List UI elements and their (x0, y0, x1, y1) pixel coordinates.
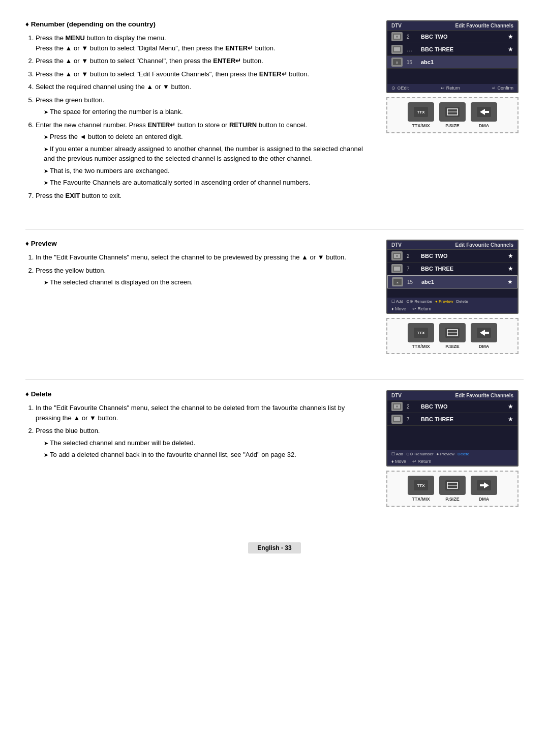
dma-btn-1[interactable]: DMA (471, 102, 497, 128)
return-bold: RETURN (229, 121, 257, 129)
delete-label-3: Delete (458, 452, 469, 456)
tv-star-1: ★ (508, 33, 513, 40)
svg-text:TTX: TTX (417, 483, 425, 488)
preview-title: ♦ Preview (25, 240, 366, 247)
ttx-label-3: TTX/MIX (412, 497, 430, 502)
tv-chan-num-d2: 7 (407, 417, 417, 422)
section-preview: ♦ Preview In the "Edit Favourite Channel… (25, 240, 524, 354)
renumber-step-6-sub: Press the ◄ button to delete an entered … (36, 132, 366, 188)
add-label-3: ☐ Add (391, 452, 403, 456)
dma-shape-1 (471, 102, 497, 122)
preview-steps: In the "Edit Favourite Channels" menu, s… (25, 252, 366, 287)
dma-btn-2[interactable]: DMA (471, 323, 497, 349)
tv-footer-return: ↩ Return (441, 85, 460, 91)
renumber-step-3: Press the ▲ or ▼ button to select "Edit … (36, 69, 366, 79)
tv-row-d1: 2 BBC TWO ★ (387, 400, 517, 413)
psize-btn-3[interactable]: P.SIZE (439, 476, 466, 502)
return-label-3: ↩ Return (412, 459, 432, 464)
delete-text: ♦ Delete In the "Edit Favourite Channels… (25, 390, 371, 507)
tv-dtv-label-2: DTV (391, 242, 402, 248)
tv-chan-name-p1: BBC TWO (421, 253, 504, 259)
psize-btn-1[interactable]: P.SIZE (439, 102, 466, 128)
tv-icon-d1 (391, 402, 403, 411)
preview-step-1: In the "Edit Favourite Channels" menu, s… (36, 252, 366, 263)
ttx-mix-btn-2[interactable]: TTX TTX/MIX (408, 323, 434, 349)
sub-item: The Favourite Channels are automatically… (44, 178, 366, 188)
renumber-step-5: Press the green button. The space for en… (36, 95, 366, 117)
tv-footer-edit: ⊙ ⊙Edit (391, 85, 409, 91)
sub-item: To add a deleted channel back in to the … (44, 450, 366, 460)
tv-chan-num-p1: 2 (407, 253, 417, 259)
svg-point-30 (396, 405, 398, 408)
dma-label-2: DMA (479, 344, 490, 349)
tv-star-p1: ★ (508, 252, 513, 259)
svg-point-16 (396, 255, 398, 257)
preview-images: DTV Edit Favourite Channels 2 BBC TWO ★ … (381, 240, 524, 354)
tv-chan-name-d1: BBC TWO (421, 403, 504, 410)
dma-btn-3[interactable]: DMA (471, 476, 497, 502)
enter-bold-3: ENTER↵ (259, 70, 287, 78)
tv-chan-num-3: 15 (407, 60, 417, 65)
svg-rect-4 (394, 47, 400, 51)
dma-label-1: DMA (479, 123, 490, 128)
psize-label-1: P.SIZE (445, 123, 459, 128)
menu-bold: MENU (66, 34, 85, 42)
ttx-shape-3: TTX (408, 476, 434, 495)
svg-rect-18 (394, 267, 400, 271)
psize-label-2: P.SIZE (445, 344, 459, 349)
tv-row-p3: a 15 abc1 ★ (387, 275, 517, 288)
renumber-step-2: Press the ▲ or ▼ button to select "Chann… (36, 56, 366, 66)
delete-title: ♦ Delete (25, 390, 366, 398)
tv-icon-p3: a (392, 277, 403, 286)
exit-bold: EXIT (66, 192, 80, 199)
delete-label: Delete (456, 299, 468, 304)
page-footer: English - 33 (25, 537, 524, 554)
tv-header-3: DTV Edit Favourite Channels (387, 391, 517, 400)
tv-row-p2: 7 BBC THREE ★ (387, 263, 517, 275)
dma-label-3: DMA (479, 497, 490, 502)
ttx-mix-btn-3[interactable]: TTX TTX/MIX (408, 476, 434, 502)
page-content: ♦ Renumber (depending on the country) Pr… (25, 20, 524, 554)
svg-point-2 (396, 36, 398, 38)
tv-row-p1: 2 BBC TWO ★ (387, 250, 517, 263)
move-label-2: ♦ Move (391, 306, 406, 311)
tv-chan-dots: ... (407, 46, 417, 52)
enter-bold-2: ENTER↵ (213, 57, 241, 65)
sub-item: Press the ◄ button to delete an entered … (44, 132, 366, 142)
tv-title-2: Edit Favourite Channels (455, 242, 513, 248)
return-label-2: ↩ Return (412, 306, 432, 311)
tv-title-1: Edit Favourite Channels (455, 23, 513, 28)
tv-star-d2: ★ (508, 416, 513, 423)
tv-chan-name-3: abc1 (421, 59, 509, 65)
preview-text: ♦ Preview In the "Edit Favourite Channel… (25, 240, 371, 354)
svg-rect-32 (394, 417, 400, 421)
renumber-label: ⊙⊙ Renumbe (406, 299, 432, 304)
delete-step-2-sub: The selected channel and number will be … (36, 438, 366, 460)
ttx-mix-btn-1[interactable]: TTX TTX/MIX (408, 102, 434, 128)
svg-text:TTX: TTX (417, 110, 425, 114)
renumber-title: ♦ Renumber (depending on the country) (25, 20, 366, 28)
remote-buttons-1: TTX TTX/MIX P.SIZE (386, 97, 518, 133)
tv-chan-num-1: 2 (407, 34, 417, 40)
tv-chan-name-2: BBC THREE (421, 46, 504, 52)
divider-2 (25, 380, 524, 380)
remote-buttons-3: TTX TTX/MIX P.SIZE (386, 471, 518, 507)
preview-label: ● Preview (435, 299, 453, 304)
renumber-step-5-sub: The space for entering the number is a b… (36, 107, 366, 117)
psize-btn-2[interactable]: P.SIZE (439, 323, 466, 349)
sub-item: If you enter a number already assigned t… (44, 144, 366, 164)
sub-item: The space for entering the number is a b… (44, 107, 366, 117)
sub-item: The selected channel and number will be … (44, 438, 366, 448)
divider-1 (25, 229, 524, 229)
move-return-bar-2: ♦ Move ↩ Return (387, 305, 517, 313)
tv-icon-p1 (391, 251, 403, 260)
delete-steps: In the "Edit Favourite Channels" menu, s… (25, 403, 366, 460)
renumber-images: DTV Edit Favourite Channels 2 BBC TWO ★ … (381, 20, 524, 203)
renumber-step-4: Select the required channel using the ▲ … (36, 82, 366, 92)
delete-images: DTV Edit Favourite Channels 2 BBC TWO ★ … (381, 390, 524, 507)
tv-row-d2: 7 BBC THREE ★ (387, 413, 517, 426)
dma-shape-2 (471, 323, 497, 342)
renumber-text: ♦ Renumber (depending on the country) Pr… (25, 20, 371, 203)
move-return-bar-3: ♦ Move ↩ Return (387, 457, 517, 466)
tv-header-1: DTV Edit Favourite Channels (387, 21, 517, 31)
